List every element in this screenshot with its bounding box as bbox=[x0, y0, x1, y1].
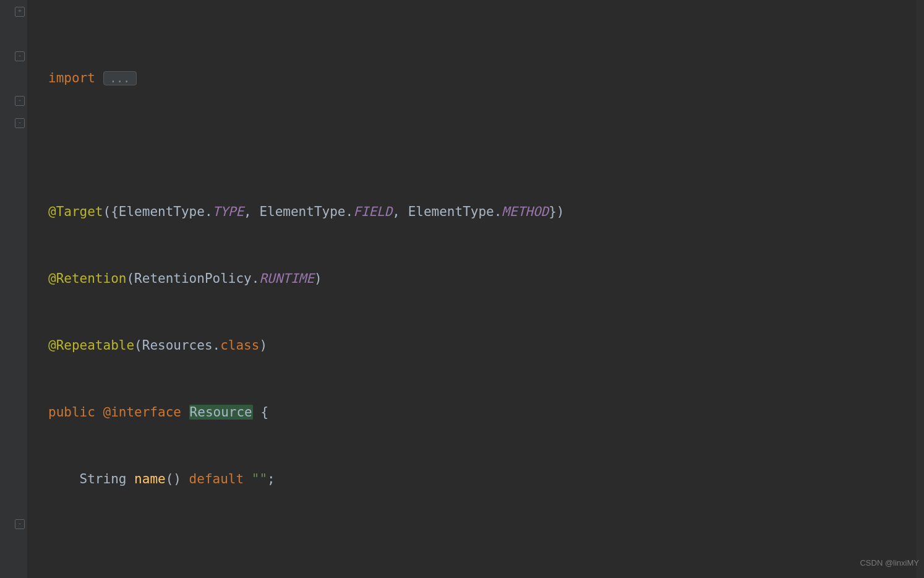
code-line[interactable] bbox=[48, 134, 924, 156]
fold-toggle-icon[interactable]: - bbox=[15, 51, 25, 61]
annotation-retention: @Retention bbox=[48, 271, 126, 286]
fold-toggle-icon[interactable]: + bbox=[15, 7, 25, 17]
code-line[interactable]: @Repeatable(Resources.class) bbox=[48, 334, 924, 356]
keyword-import: import bbox=[48, 71, 95, 85]
code-line[interactable]: @Target({ElementType.TYPE, ElementType.F… bbox=[48, 201, 924, 223]
code-line[interactable]: String name() default ""; bbox=[48, 468, 924, 490]
fold-toggle-icon[interactable]: - bbox=[15, 519, 25, 529]
fold-toggle-icon[interactable]: - bbox=[15, 96, 25, 106]
method-name: name bbox=[134, 472, 166, 486]
code-editor[interactable]: + - - - - import ... @Target({ElementTyp… bbox=[0, 0, 924, 578]
fold-toggle-icon[interactable]: - bbox=[15, 118, 25, 128]
code-line[interactable]: @Retention(RetentionPolicy.RUNTIME) bbox=[48, 267, 924, 290]
code-line-current[interactable]: public @interface Resource { bbox=[48, 401, 924, 423]
annotation-target: @Target bbox=[48, 204, 103, 219]
code-line[interactable]: import ... bbox=[48, 67, 924, 89]
watermark-text: CSDN @linxiMY bbox=[860, 552, 919, 574]
vertical-scrollbar[interactable] bbox=[917, 0, 924, 578]
line-number-gutter bbox=[0, 0, 14, 578]
code-area[interactable]: import ... @Target({ElementType.TYPE, El… bbox=[27, 0, 924, 578]
fold-gutter[interactable]: + - - - - bbox=[14, 0, 27, 578]
code-line[interactable] bbox=[48, 535, 924, 557]
annotation-repeatable: @Repeatable bbox=[48, 338, 134, 353]
search-highlight: Resource bbox=[189, 405, 253, 420]
folded-block-icon[interactable]: ... bbox=[103, 71, 137, 85]
